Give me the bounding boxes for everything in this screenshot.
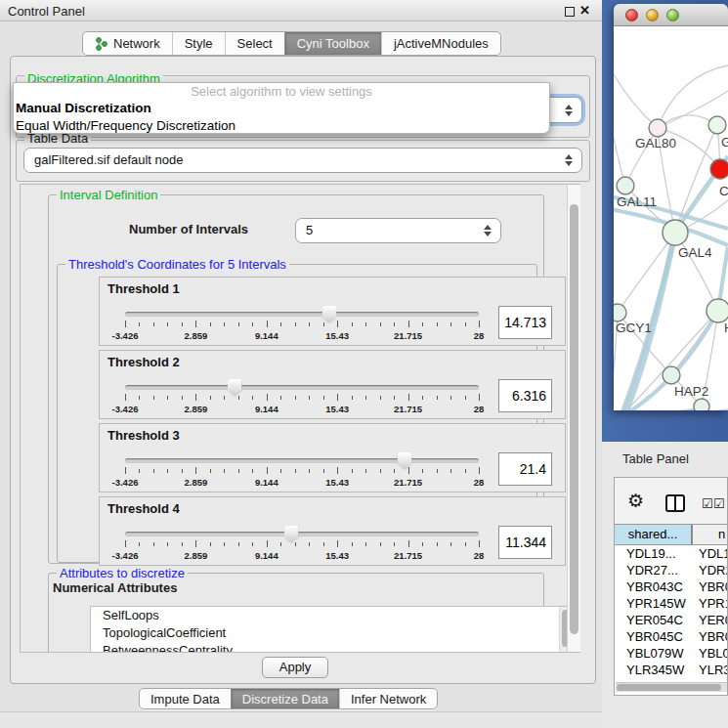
network-canvas[interactable]: GAL80GACGAL11GAL4GCY1HHAP2 [614, 26, 728, 410]
numerical-attributes-list[interactable]: SelfLoopsTopologicalCoefficientBetweenne… [90, 606, 573, 653]
cell-name: YLR3 [699, 662, 728, 678]
desktop-background: GAL80GACGAL11GAL4GCY1HHAP2 [602, 0, 728, 442]
num-intervals-value: 5 [306, 223, 313, 237]
network-node-ga[interactable] [708, 116, 726, 134]
network-node-c[interactable] [710, 159, 728, 179]
dropdown-option-equal-width[interactable]: Equal Width/Frequency Discretization [14, 117, 549, 135]
threshold-panel-4: Threshold 4-3.4262.8599.14415.4321.71528… [99, 496, 566, 566]
threshold-panel-1: Threshold 1-3.4262.8599.14415.4321.71528… [99, 277, 566, 346]
top-tab-bar: Network Style Select Cyni Toolbox jActiv… [82, 31, 501, 56]
network-node-gcy1[interactable] [614, 304, 626, 321]
table-horizontal-scrollbar[interactable] [616, 682, 728, 692]
tab-impute-data[interactable]: Impute Data [140, 689, 231, 708]
slider-ticks [125, 540, 479, 548]
threshold-slider[interactable]: -3.4262.8599.14415.4321.71528 [125, 527, 479, 566]
close-icon[interactable]: ✕ [579, 3, 590, 18]
status-strip [0, 711, 602, 728]
num-intervals-label: Number of Intervals [129, 222, 248, 236]
cell-shared-name: YPR145W [626, 595, 686, 612]
table-row[interactable]: YLR345WYLR3 [615, 662, 727, 678]
attribute-list-item[interactable]: SelfLoops [91, 607, 572, 624]
network-window: GAL80GACGAL11GAL4GCY1HHAP2 [614, 4, 728, 410]
attributes-title: Attributes to discretize [57, 566, 188, 580]
threshold-slider[interactable]: -3.4262.8599.14415.4321.71528 [125, 380, 479, 419]
control-panel-titlebar: Control Panel ✕ [0, 0, 602, 21]
cell-shared-name: YDL19... [626, 545, 676, 562]
table-row[interactable]: YBR045CYBR0 [615, 628, 727, 645]
threshold-label: Threshold 3 [107, 428, 180, 443]
cell-name: YPR1 [699, 595, 728, 612]
table-panel-title: Table Panel [622, 451, 689, 466]
cell-shared-name: YBR045C [626, 628, 683, 645]
tab-infer-network[interactable]: Infer Network [339, 689, 437, 708]
table-row[interactable]: YDL19...YDL1 [615, 545, 727, 562]
tab-impute-data-label: Impute Data [150, 692, 220, 707]
column-header-name[interactable]: n [695, 525, 728, 544]
slider-track[interactable] [125, 532, 479, 536]
attribute-list-item[interactable]: TopologicalCoefficient [91, 624, 572, 642]
threshold-value-box[interactable]: 11.344 [498, 526, 552, 559]
tab-discretize-data-label: Discretize Data [242, 692, 328, 707]
slider-tick-labels: -3.4262.8599.14415.4321.71528 [125, 550, 479, 562]
table-row[interactable]: YPR145WYPR1 [615, 595, 727, 612]
thresholds-title: Threshold's Coordinates for 5 Intervals [65, 257, 289, 272]
slider-ticks [125, 321, 479, 328]
tab-network[interactable]: Network [83, 32, 172, 55]
tab-cyni-toolbox-label: Cyni Toolbox [297, 36, 369, 51]
tab-discretize-data[interactable]: Discretize Data [231, 689, 339, 708]
close-traffic-light-icon[interactable] [625, 9, 638, 21]
bottom-tab-bar: Impute Data Discretize Data Infer Networ… [139, 688, 438, 709]
threshold-value-box[interactable]: 6.316 [498, 379, 552, 412]
tab-style[interactable]: Style [172, 32, 225, 55]
table-row[interactable]: YDR27...YDR2 [615, 562, 727, 578]
slider-track[interactable] [125, 385, 479, 390]
tab-select[interactable]: Select [225, 32, 284, 55]
node-table: ⚙ ☑ ☑ shared... n YDL19...YDL1YDR27...YD… [614, 477, 728, 696]
network-node-gal4[interactable] [663, 220, 688, 245]
select-all-columns-icon[interactable]: ☑ [713, 496, 725, 511]
panel-title: Control Panel [8, 4, 85, 19]
cell-name: YER0 [699, 612, 728, 628]
apply-button[interactable]: Apply [262, 657, 328, 678]
network-node-hap2[interactable] [663, 366, 680, 384]
zoom-traffic-light-icon[interactable] [666, 9, 679, 21]
slider-tick-labels: -3.4262.8599.14415.4321.71528 [125, 330, 479, 342]
threshold-value-box[interactable]: 14.713 [498, 306, 552, 339]
column-header-shared-name[interactable]: shared... [615, 525, 693, 544]
threshold-value-box[interactable]: 21.4 [498, 452, 552, 486]
network-node-gal80[interactable] [649, 119, 666, 137]
network-node-gal11[interactable] [617, 177, 634, 194]
cell-shared-name: YDR27... [626, 562, 678, 578]
column-layout-icon[interactable] [665, 494, 685, 512]
cell-shared-name: YER054C [626, 612, 683, 628]
table-header-row: shared... n [615, 524, 727, 545]
network-node-h[interactable] [707, 299, 728, 322]
num-intervals-combobox[interactable]: 5 [295, 218, 501, 243]
table-row[interactable]: YER054CYER0 [615, 612, 727, 628]
network-node[interactable] [694, 399, 709, 410]
tab-cyni-toolbox[interactable]: Cyni Toolbox [284, 32, 381, 55]
tab-jactivemnodules[interactable]: jActiveMNodules [381, 32, 500, 55]
threshold-slider[interactable]: -3.4262.8599.14415.4321.71528 [125, 453, 479, 492]
tab-network-label: Network [113, 36, 160, 51]
interval-definition-title: Interval Definition [57, 188, 160, 202]
table-data-combobox[interactable]: galFiltered.sif default node [23, 148, 582, 173]
threshold-label: Threshold 1 [107, 281, 180, 296]
select-columns-icon[interactable]: ☑ [702, 496, 713, 511]
settings-gear-icon[interactable]: ⚙ [627, 490, 644, 512]
slider-track[interactable] [125, 458, 479, 463]
slider-track[interactable] [125, 312, 479, 317]
settings-scrollbar[interactable] [567, 185, 580, 652]
cell-shared-name: YBR043C [626, 578, 683, 595]
node-label: GA [721, 135, 728, 150]
attribute-list-item[interactable]: BetweennessCentrality [91, 642, 572, 653]
minimize-traffic-light-icon[interactable] [646, 9, 659, 21]
threshold-slider[interactable]: -3.4262.8599.14415.4321.71528 [125, 307, 479, 346]
network-node-labels: GAL80GACGAL11GAL4GCY1HHAP2 [616, 135, 728, 399]
network-icon [95, 37, 108, 51]
cell-shared-name: YBL079W [626, 645, 684, 662]
table-row[interactable]: YBL079WYBL0 [615, 645, 727, 662]
dropdown-option-manual[interactable]: Manual Discretization [14, 100, 549, 117]
float-window-icon[interactable] [565, 7, 575, 17]
table-row[interactable]: YBR043CYBR0 [615, 578, 727, 595]
